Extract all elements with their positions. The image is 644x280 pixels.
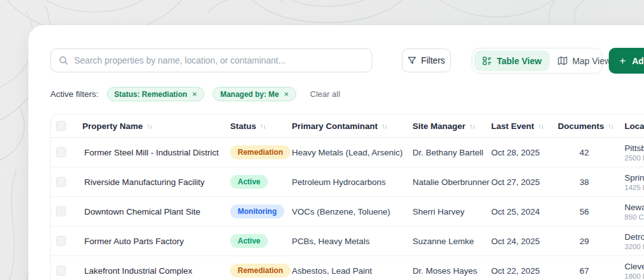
contaminant-cell: Petroleum Hydrocarbons (292, 177, 413, 187)
site-manager-cell: Sherri Harvey (413, 207, 491, 216)
filters-button[interactable]: Filters (402, 48, 451, 72)
view-toggle-group: Table View Map View (472, 48, 602, 74)
column-header-property-name[interactable]: Property Name ↑↓ (82, 121, 230, 131)
search-box[interactable] (50, 48, 372, 72)
status-badge: Remediation (230, 264, 291, 277)
table-header-row: Property Name ↑↓ Status ↑↓ Primary Conta… (51, 115, 644, 138)
sort-icon[interactable]: ↑↓ (147, 122, 152, 130)
properties-table: Property Name ↑↓ Status ↑↓ Primary Conta… (50, 114, 644, 280)
contaminant-cell: VOCs (Benzene, Toluene) (292, 207, 413, 216)
documents-count: 67 (558, 266, 625, 276)
map-view-label: Map View (572, 56, 611, 66)
site-manager-cell: Suzanne Lemke (413, 237, 491, 246)
status-badge: Monitoring (230, 204, 284, 218)
filter-chip-label: Status: Remediation (114, 90, 187, 99)
column-header-location[interactable]: Location (625, 121, 644, 131)
location-city: Springfield (625, 173, 644, 182)
column-header-last-event[interactable]: Last Event ↑↓ (491, 121, 558, 131)
filter-funnel-icon (408, 56, 416, 65)
property-name-cell: Former Auto Parts Factory (82, 237, 230, 246)
location-cell: Cleveland 1800 L (625, 262, 644, 280)
table-view-label: Table View (497, 56, 541, 66)
row-checkbox[interactable] (56, 236, 66, 246)
site-manager-cell: Dr. Moses Hayes (413, 266, 491, 276)
column-header-primary-contaminant[interactable]: Primary Contaminant ↑↓ (292, 121, 413, 131)
location-city: Cleveland (625, 262, 644, 271)
table-row[interactable]: Riverside Manufacturing Facility Active … (51, 167, 644, 197)
location-address: 850 Cl (625, 213, 644, 221)
last-event-cell: Oct 24, 2025 (491, 237, 558, 246)
location-address: 1425 F (625, 184, 644, 191)
content-card: Filters Table View Map View (28, 25, 644, 280)
property-name-cell: Riverside Manufacturing Facility (82, 177, 230, 187)
sort-icon[interactable]: ↑↓ (260, 122, 265, 130)
property-name-cell: Lakefront Industrial Complex (82, 266, 230, 276)
documents-count: 38 (558, 177, 625, 187)
table-row[interactable]: Former Steel Mill - Industrial District … (51, 138, 644, 167)
remove-filter-icon[interactable]: × (192, 89, 197, 99)
filter-chip-label: Managed by: Me (220, 90, 279, 99)
column-header-documents[interactable]: Documents ↑↓ (558, 121, 625, 131)
status-badge: Active (230, 175, 268, 189)
column-header-status[interactable]: Status ↑↓ (230, 121, 292, 131)
location-cell: Springfield 1425 F (625, 173, 644, 191)
documents-count: 42 (558, 148, 625, 157)
location-cell: Newark 850 Cl (625, 203, 644, 221)
site-manager-cell: Natalie Oberbrunner (413, 177, 491, 187)
add-new-property-button[interactable]: + Add New Property (609, 48, 644, 74)
map-icon (558, 56, 567, 65)
sort-icon[interactable]: ↑↓ (469, 122, 475, 130)
row-checkbox[interactable] (56, 266, 66, 276)
last-event-cell: Oct 25, 2024 (491, 207, 558, 216)
add-new-property-label: Add New Property (632, 56, 644, 66)
filter-chip-managed-by[interactable]: Managed by: Me × (213, 87, 296, 101)
last-event-cell: Oct 28, 2025 (491, 148, 558, 157)
row-checkbox[interactable] (56, 206, 66, 216)
location-address: 2500 I (625, 154, 644, 162)
remove-filter-icon[interactable]: × (284, 89, 289, 99)
sort-icon[interactable]: ↑↓ (382, 122, 387, 130)
documents-count: 56 (558, 207, 625, 216)
location-cell: Detroit 3200 I (625, 232, 644, 250)
site-manager-cell: Dr. Bethany Bartell (413, 148, 491, 157)
sort-icon[interactable]: ↑↓ (538, 122, 543, 130)
table-row[interactable]: Former Auto Parts Factory Active PCBs, H… (51, 227, 644, 256)
property-name-cell: Former Steel Mill - Industrial District (82, 148, 230, 157)
property-name-cell: Downtown Chemical Plant Site (82, 207, 230, 216)
table-view-icon (482, 56, 492, 65)
row-checkbox[interactable] (56, 177, 66, 187)
status-badge: Active (230, 234, 268, 248)
app-screen: Filters Table View Map View (0, 0, 644, 280)
column-header-site-manager[interactable]: Site Manager ↑↓ (413, 121, 491, 131)
clear-all-filters-link[interactable]: Clear all (310, 89, 340, 99)
contaminant-cell: Heavy Metals (Lead, Arsenic) (292, 148, 413, 157)
sort-icon[interactable]: ↑↓ (608, 122, 614, 130)
last-event-cell: Oct 27, 2025 (491, 177, 558, 187)
location-address: 3200 I (625, 243, 644, 250)
table-row[interactable]: Downtown Chemical Plant Site Monitoring … (51, 197, 644, 227)
active-filters-label: Active filters: (50, 89, 99, 99)
filters-button-label: Filters (421, 55, 445, 65)
contaminant-cell: Asbestos, Lead Paint (292, 266, 413, 276)
location-city: Newark (625, 203, 644, 212)
header-checkbox-cell (51, 121, 82, 131)
location-address: 1800 L (625, 272, 644, 280)
status-badge: Remediation (230, 145, 291, 159)
table-row[interactable]: Lakefront Industrial Complex Remediation… (51, 256, 644, 280)
select-all-checkbox[interactable] (56, 121, 66, 131)
location-city: Pittsburgh (625, 143, 644, 153)
active-filters-row: Active filters: Status: Remediation × Ma… (50, 87, 340, 101)
last-event-cell: Oct 22, 2025 (491, 266, 558, 276)
toolbar: Filters Table View Map View (50, 48, 644, 74)
row-checkbox[interactable] (56, 147, 66, 157)
search-input[interactable] (74, 55, 364, 65)
table-view-button[interactable]: Table View (474, 50, 550, 71)
plus-icon: + (619, 55, 626, 66)
location-cell: Pittsburgh 2500 I (625, 143, 644, 162)
documents-count: 29 (558, 237, 625, 246)
location-city: Detroit (625, 232, 644, 242)
search-icon (58, 55, 69, 65)
contaminant-cell: PCBs, Heavy Metals (292, 237, 413, 246)
filter-chip-status[interactable]: Status: Remediation × (107, 87, 205, 101)
